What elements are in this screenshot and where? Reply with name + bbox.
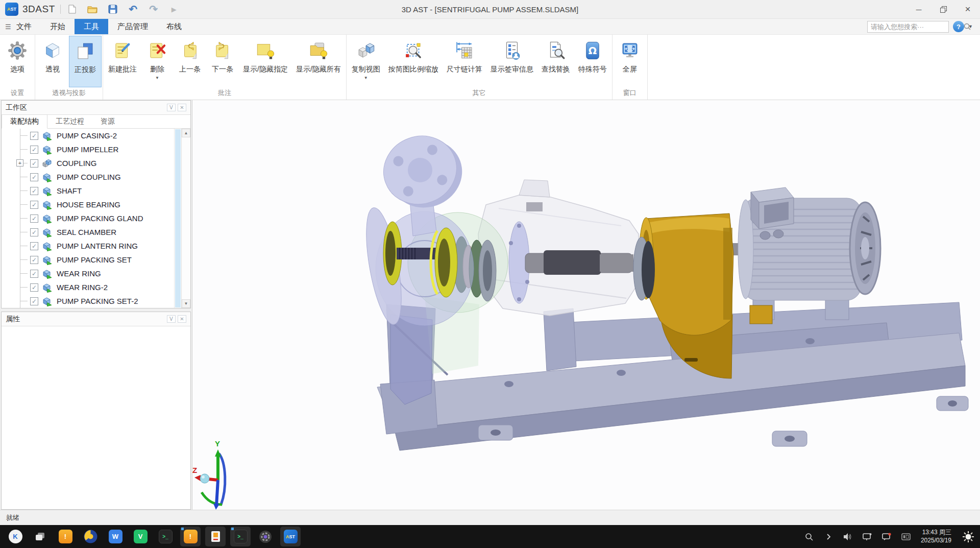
- taskbar-app-green[interactable]: V: [130, 527, 151, 546]
- tab-product-management[interactable]: 产品管理: [108, 19, 157, 34]
- tree-item[interactable]: ✓PUMP COUPLING: [2, 170, 174, 184]
- previous-annotation-button[interactable]: 上一条: [174, 36, 206, 87]
- checkbox-checked-icon[interactable]: ✓: [30, 270, 38, 278]
- tree-scrollbar[interactable]: ▲ ▼: [181, 129, 190, 308]
- checkbox-checked-icon[interactable]: ✓: [30, 297, 38, 305]
- copy-view-button[interactable]: 复制视图 ▼: [348, 36, 384, 87]
- viewport-3d[interactable]: Y Z: [192, 100, 980, 510]
- show-hide-all-button[interactable]: 显示/隐藏所有: [292, 36, 345, 87]
- app-logo-icon: AST: [5, 3, 18, 16]
- checkbox-checked-icon[interactable]: ✓: [30, 256, 38, 264]
- tree-item[interactable]: ✓PUMP PACKING SET-2: [2, 294, 174, 308]
- tree-item[interactable]: ✓PUMP PACKING GLAND: [2, 211, 174, 225]
- tree-item[interactable]: +✓COUPLING: [2, 156, 174, 170]
- panel-collapse-icon[interactable]: ᐯ: [167, 104, 176, 111]
- taskbar-app-orange[interactable]: !: [55, 527, 76, 546]
- taskbar-ast[interactable]: AST: [280, 527, 301, 546]
- checkbox-checked-icon[interactable]: ✓: [30, 159, 38, 168]
- scroll-down-icon[interactable]: ▼: [182, 299, 190, 308]
- show-hide-specified-button[interactable]: 显示/隐藏指定: [239, 36, 292, 87]
- checkbox-checked-icon[interactable]: ✓: [30, 228, 38, 236]
- menu-icon[interactable]: ☰: [5, 19, 13, 34]
- tray-display-connect-icon[interactable]: [863, 532, 872, 541]
- panel-collapse-icon[interactable]: ᐯ: [167, 315, 176, 323]
- tree-item[interactable]: ✓WEAR RING-2: [2, 280, 174, 294]
- part-icon: [41, 241, 53, 251]
- taskbar-app-orange-2[interactable]: !: [180, 527, 201, 546]
- dropdown-arrow-icon[interactable]: ▼: [364, 76, 368, 80]
- tray-volume-icon[interactable]: [843, 532, 852, 541]
- taskbar-wps[interactable]: W: [105, 527, 126, 546]
- delete-annotation-button[interactable]: 删除 ▼: [141, 36, 174, 87]
- checkbox-checked-icon[interactable]: ✓: [30, 215, 38, 223]
- redo-icon[interactable]: ↷: [148, 3, 160, 15]
- save-icon[interactable]: [107, 3, 119, 15]
- tab-tools[interactable]: 工具: [75, 19, 108, 34]
- new-document-icon[interactable]: [66, 3, 78, 15]
- tree-item[interactable]: ✓SHAFT: [2, 184, 174, 198]
- panel-close-icon[interactable]: ✕: [178, 315, 186, 323]
- tree-scrollbar-thumb[interactable]: [174, 129, 181, 308]
- restore-button[interactable]: [931, 0, 955, 18]
- tree-item[interactable]: ✓PUMP PACKING SET: [2, 253, 174, 267]
- fullscreen-button[interactable]: 全屏: [614, 36, 646, 87]
- expand-icon[interactable]: +: [16, 159, 23, 166]
- tree-item[interactable]: ✓HOUSE BEARING: [2, 198, 174, 211]
- checkbox-checked-icon[interactable]: ✓: [30, 283, 38, 292]
- tree-item[interactable]: ✓WEAR RING: [2, 267, 174, 280]
- new-annotation-button[interactable]: 新建批注: [104, 36, 141, 87]
- checkbox-checked-icon[interactable]: ✓: [30, 242, 38, 250]
- start-button[interactable]: K: [5, 527, 26, 546]
- task-view-button[interactable]: [30, 527, 51, 546]
- next-annotation-button[interactable]: 下一条: [206, 36, 239, 87]
- tab-process[interactable]: 工艺过程: [47, 115, 92, 128]
- dropdown-arrow-icon[interactable]: ▼: [155, 76, 159, 80]
- menu-file[interactable]: 文件: [13, 19, 41, 34]
- dimension-chain-button[interactable]: 尺寸链计算: [443, 36, 486, 87]
- help-button[interactable]: ?: [953, 21, 964, 32]
- checkbox-checked-icon[interactable]: ✓: [30, 187, 38, 195]
- tree-item[interactable]: ✓PUMP LANTERN RING: [2, 239, 174, 253]
- taskbar-terminal-2[interactable]: >_: [230, 527, 251, 546]
- zoom-by-diagram-scale-button[interactable]: 按简图比例缩放: [384, 36, 443, 87]
- tray-search-icon[interactable]: [804, 532, 814, 541]
- find-replace-button[interactable]: 查找替换: [537, 36, 574, 87]
- perspective-button[interactable]: 透视: [36, 36, 69, 87]
- toolbar-more-icon[interactable]: ▶: [168, 3, 180, 15]
- tree-item[interactable]: ✓SEAL CHAMBER: [2, 225, 174, 239]
- search-box[interactable]: [867, 21, 949, 33]
- tray-theme-sun-icon[interactable]: [962, 530, 975, 543]
- options-button[interactable]: 选项: [1, 36, 34, 87]
- ribbon: 选项 设置 透视: [0, 35, 980, 100]
- taskbar-app-gear[interactable]: [255, 527, 276, 546]
- separator: [60, 5, 61, 14]
- special-symbols-button[interactable]: Ω 特殊符号: [574, 36, 611, 87]
- checkbox-checked-icon[interactable]: ✓: [30, 146, 38, 154]
- undo-icon[interactable]: ↶: [127, 3, 139, 15]
- tree-item[interactable]: ✓PUMP IMPELLER: [2, 142, 174, 156]
- show-signoff-info-button[interactable]: 显示签审信息: [486, 36, 537, 87]
- search-input[interactable]: [868, 23, 964, 31]
- open-file-icon[interactable]: [86, 3, 99, 15]
- tab-resources[interactable]: 资源: [92, 115, 123, 128]
- close-button[interactable]: ×: [955, 0, 980, 18]
- scroll-up-icon[interactable]: ▲: [182, 129, 190, 137]
- checkbox-checked-icon[interactable]: ✓: [30, 132, 38, 140]
- tab-routing[interactable]: 布线: [157, 19, 191, 34]
- taskbar-terminal[interactable]: >_: [155, 527, 176, 546]
- tray-input-indicator-icon[interactable]: [901, 532, 911, 541]
- panel-close-icon[interactable]: ✕: [178, 104, 186, 111]
- taskbar-clock[interactable]: 13:43 周三 2025/03/19: [921, 529, 951, 544]
- tray-notifications-icon[interactable]: [882, 532, 891, 541]
- taskbar-doc-viewer[interactable]: [205, 527, 226, 546]
- tree-item[interactable]: ✓PUMP CASING-2: [2, 129, 174, 142]
- tab-home[interactable]: 开始: [41, 19, 75, 34]
- orthographic-button[interactable]: 正投影: [69, 36, 102, 87]
- tray-expand-icon[interactable]: [824, 532, 833, 541]
- help-dropdown-icon[interactable]: ▼: [968, 24, 973, 29]
- checkbox-checked-icon[interactable]: ✓: [30, 201, 38, 209]
- taskbar-app-swirl[interactable]: [80, 527, 101, 546]
- checkbox-checked-icon[interactable]: ✓: [30, 173, 38, 181]
- minimize-button[interactable]: ─: [906, 0, 931, 18]
- tab-assembly-structure[interactable]: 装配结构: [2, 114, 47, 129]
